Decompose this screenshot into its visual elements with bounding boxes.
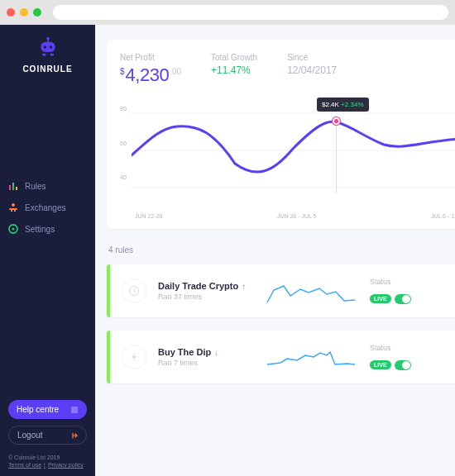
logo: COINRULE <box>8 35 87 74</box>
copyright: © Coinrule Ltd 2019 <box>8 455 87 460</box>
live-badge: LIVE <box>370 294 391 303</box>
rules-count: 4 rules <box>108 245 455 255</box>
maximize-icon[interactable] <box>33 8 41 17</box>
svg-rect-2 <box>41 42 55 52</box>
window-chrome <box>0 0 455 25</box>
sparkline <box>266 278 357 304</box>
robot-icon <box>36 35 60 58</box>
minimize-icon[interactable] <box>20 8 28 17</box>
chart-marker-line <box>336 121 337 193</box>
exchange-icon <box>8 202 18 212</box>
clock-icon <box>122 278 146 303</box>
main-content: Net Profit $ 4,230 .00 Total Growth +11.… <box>95 25 455 476</box>
line-chart-svg <box>132 99 455 198</box>
since-value: 12/04/2017 <box>287 64 337 76</box>
svg-rect-11 <box>9 208 17 210</box>
terms-link[interactable]: Terms of use <box>8 462 41 468</box>
status-toggle[interactable] <box>395 294 411 304</box>
stat-since: Since 12/04/2017 <box>287 53 337 86</box>
net-profit-label: Net Profit <box>120 53 181 62</box>
net-profit-cents: .00 <box>170 67 181 76</box>
svg-rect-9 <box>16 187 17 190</box>
help-label: Help centre <box>17 405 59 414</box>
close-icon[interactable] <box>7 8 15 17</box>
sidebar-item-rules[interactable]: Rules <box>8 181 87 191</box>
arrow-down-icon: ↓ <box>214 348 218 357</box>
svg-point-4 <box>49 45 52 49</box>
net-profit-amount: 4,230 <box>126 64 170 86</box>
privacy-link[interactable]: Privacy policy <box>48 462 84 468</box>
sparkline <box>266 344 357 370</box>
growth-value: +11.47% <box>211 64 257 76</box>
sidebar-item-label: Exchanges <box>25 203 65 212</box>
rule-name: Buy The Dip <box>158 347 211 357</box>
stats-row: Net Profit $ 4,230 .00 Total Growth +11.… <box>120 53 455 86</box>
logout-icon <box>69 431 78 440</box>
svg-point-3 <box>43 45 46 49</box>
chart-bars-icon <box>8 181 18 191</box>
arrow-up-icon: ↑ <box>242 282 246 291</box>
main-chart[interactable]: 80 60 40 $2.4K +2.34% JUN 22-28 <box>120 99 455 219</box>
rule-ran: Ran 37 times <box>158 293 266 301</box>
tooltip-change: +2.34% <box>341 101 363 108</box>
svg-rect-7 <box>9 185 11 190</box>
status-toggle[interactable] <box>395 360 411 370</box>
stat-growth: Total Growth +11.47% <box>211 53 257 86</box>
svg-rect-5 <box>42 54 46 56</box>
svg-rect-1 <box>47 39 49 42</box>
address-bar[interactable] <box>53 5 448 20</box>
rule-card[interactable]: Buy The Dip ↓ Ran 7 times Status LIVE <box>107 331 455 383</box>
svg-point-15 <box>12 228 15 231</box>
help-centre-button[interactable]: Help centre <box>8 400 87 419</box>
logout-button[interactable]: Logout <box>8 426 87 445</box>
gear-icon <box>8 224 18 234</box>
chart-tooltip: $2.4K +2.34% <box>317 98 369 112</box>
book-icon <box>70 406 79 414</box>
sidebar-item-label: Settings <box>25 225 55 234</box>
y-axis: 80 60 40 <box>120 106 127 180</box>
sidebar: COINRULE Rules Exchanges Settings Help c… <box>0 25 95 476</box>
svg-rect-6 <box>50 54 53 56</box>
svg-point-10 <box>12 203 15 207</box>
chart-marker-dot <box>333 117 340 125</box>
sidebar-item-label: Rules <box>25 182 46 191</box>
legal-links: Terms of use | Privacy policy <box>8 462 87 468</box>
rule-name: Daily Trade Crypto <box>158 281 238 291</box>
overview-card: Net Profit $ 4,230 .00 Total Growth +11.… <box>107 40 455 229</box>
nav: Rules Exchanges Settings <box>8 181 87 234</box>
since-label: Since <box>287 53 337 62</box>
status-label: Status <box>370 278 411 286</box>
sidebar-item-exchanges[interactable]: Exchanges <box>8 202 87 212</box>
bolt-icon <box>122 345 146 369</box>
logout-label: Logout <box>17 431 43 440</box>
sidebar-item-settings[interactable]: Settings <box>8 224 87 234</box>
live-badge: LIVE <box>370 360 391 369</box>
brand-name: COINRULE <box>22 64 72 74</box>
svg-rect-12 <box>11 210 12 212</box>
tooltip-value: $2.4K <box>322 101 339 108</box>
stat-net-profit: Net Profit $ 4,230 .00 <box>120 53 181 86</box>
growth-label: Total Growth <box>211 53 257 62</box>
svg-rect-16 <box>71 407 78 413</box>
svg-rect-8 <box>12 183 14 190</box>
rule-card[interactable]: Daily Trade Crypto ↑ Ran 37 times Status… <box>107 264 455 317</box>
rule-ran: Ran 7 times <box>158 359 266 367</box>
svg-rect-13 <box>14 210 16 212</box>
currency-symbol: $ <box>120 67 125 76</box>
x-axis: JUN 22-28 JUN 28 - JUL 5 JUL 6 - 12 <box>135 213 455 219</box>
status-label: Status <box>370 344 411 352</box>
